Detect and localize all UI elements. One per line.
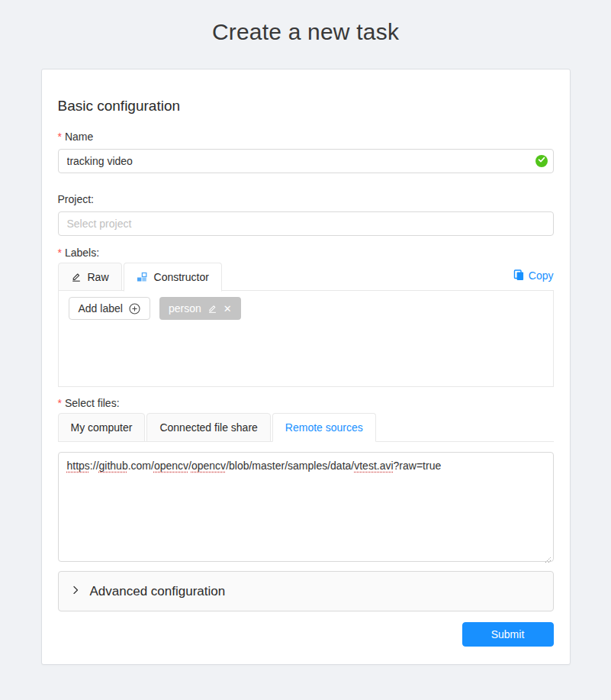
submit-button[interactable]: Submit [462,622,554,647]
add-label-text: Add label [79,302,123,315]
build-blocks-icon [137,272,148,282]
tab-constructor[interactable]: Constructor [124,263,222,292]
project-label-text: Project: [58,193,94,205]
copy-label: Copy [529,269,554,282]
files-tabbar: My computer Connected file share Remote … [58,413,554,442]
labels-form-item: * Labels: Raw Constructor Copy [58,247,554,387]
name-label-text: Name [65,131,93,143]
edit-label-icon[interactable] [207,304,217,314]
submit-row: Submit [58,622,554,647]
copy-icon [513,269,524,281]
required-asterisk: * [58,247,62,259]
label-tag-person[interactable]: person ✕ [159,297,241,320]
name-form-item: * Name [58,131,554,173]
advanced-configuration-title: Advanced configuration [90,584,226,599]
name-label: * Name [58,131,554,143]
tab-raw[interactable]: Raw [58,263,122,292]
task-name-input[interactable] [58,149,554,173]
tab-remote-sources[interactable]: Remote sources [272,413,376,442]
plus-circle-icon [129,303,140,315]
valid-check-icon [535,155,548,167]
label-constructor-pane: Add label person ✕ [58,290,554,387]
tab-connected-file-share[interactable]: Connected file share [146,413,270,442]
advanced-configuration-header[interactable]: Advanced configuration [58,571,554,611]
copy-labels-button[interactable]: Copy [513,269,554,285]
select-files-label-text: Select files: [65,397,120,409]
project-form-item: Project: [58,193,554,236]
tab-remote-sources-label: Remote sources [285,421,363,434]
required-asterisk: * [58,131,62,143]
basic-configuration-title: Basic configuration [58,98,554,115]
tab-my-computer-label: My computer [71,421,133,434]
select-files-label: * Select files: [58,397,554,409]
create-task-card: Basic configuration * Name Project: * La… [41,69,571,665]
files-form-item: * Select files: My computer Connected fi… [58,397,554,562]
tab-connected-file-share-label: Connected file share [159,421,257,434]
remove-label-icon[interactable]: ✕ [223,303,232,315]
project-label: Project: [58,193,554,205]
remote-urls-textarea[interactable]: https://github.com/opencv/opencv/blob/ma… [58,452,554,562]
label-tag-name: person [169,302,201,315]
page-title: Create a new task [0,19,611,45]
required-asterisk: * [58,397,62,409]
labels-tabbar: Raw Constructor Copy [58,263,554,291]
tab-my-computer[interactable]: My computer [58,413,146,442]
labels-label: * Labels: [58,247,554,259]
edit-pen-icon [71,272,82,282]
chevron-right-icon [71,585,80,594]
labels-label-text: Labels: [65,247,99,259]
add-label-button[interactable]: Add label [69,297,150,320]
remote-url-text: https://github.com/opencv/opencv/blob/ma… [67,460,442,472]
tab-raw-label: Raw [88,271,109,283]
tab-constructor-label: Constructor [154,271,209,283]
resize-grip-icon[interactable] [544,552,552,560]
project-select[interactable] [58,211,554,236]
